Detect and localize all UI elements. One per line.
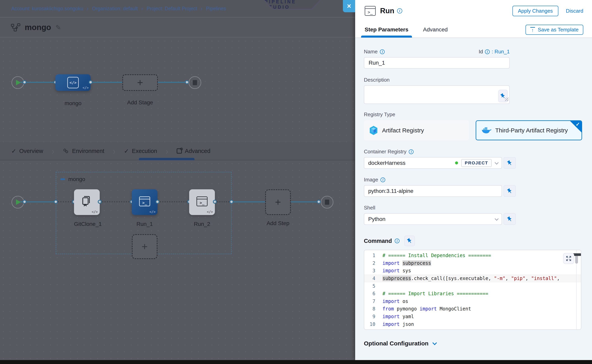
description-textarea[interactable] xyxy=(364,85,510,104)
edit-pipeline-name-icon[interactable]: ✎ xyxy=(55,24,61,32)
tab-advanced[interactable]: ⚙ Advanced xyxy=(177,148,210,154)
pin-input-type-button[interactable] xyxy=(504,213,516,225)
code-line[interactable]: 9import yaml xyxy=(364,313,581,320)
image-input[interactable]: python:3.11-alpine xyxy=(364,185,502,197)
registry-card-third-party-label: Third-Party Artifact Registry xyxy=(495,127,568,134)
close-panel-button[interactable]: × xyxy=(343,0,355,12)
pipeline-start-node[interactable] xyxy=(12,76,24,89)
collapse-group-icon[interactable] xyxy=(60,178,65,180)
add-step-node[interactable]: + xyxy=(265,189,291,215)
code-line[interactable]: 3import sys xyxy=(364,267,581,275)
step-node-gitclone-1[interactable]: </> xyxy=(74,189,100,215)
save-as-template-label: Save as Template xyxy=(538,27,579,33)
panel-body: Name i Id i : Run_1 Description xyxy=(355,38,592,360)
terminal-icon: >_ xyxy=(196,196,208,206)
terminal-icon: >_ xyxy=(139,196,150,206)
name-input[interactable] xyxy=(364,57,510,69)
name-label: Name xyxy=(364,49,377,55)
step-label-run-2: Run_2 xyxy=(189,221,215,227)
info-icon[interactable]: i xyxy=(409,150,414,154)
pipeline-studio-screen: Account: kurosakiichigo.songoku › Organi… xyxy=(0,0,592,364)
breadcrumb-separator: › xyxy=(201,6,203,12)
optional-configuration-label: Optional Configuration xyxy=(364,340,429,347)
tab-execution[interactable]: ✓ Execution xyxy=(124,148,157,155)
execution-start-node[interactable] xyxy=(12,196,24,208)
breadcrumb-organization[interactable]: Organization: default xyxy=(92,6,138,12)
pin-icon xyxy=(405,237,414,245)
apply-changes-button[interactable]: Apply Changes xyxy=(512,6,558,16)
code-line[interactable]: 7import os xyxy=(364,298,581,305)
breadcrumb-pipelines[interactable]: Pipelines xyxy=(206,6,226,12)
step-node-run-2[interactable]: >_ </> xyxy=(189,189,215,215)
chevron-down-icon[interactable] xyxy=(495,161,499,164)
step-node-run-1[interactable]: >_ </> xyxy=(132,189,157,215)
pin-input-type-button[interactable] xyxy=(504,157,516,169)
tab-separator-icon: › xyxy=(166,146,168,156)
textarea-resize-handle[interactable] xyxy=(505,98,509,101)
step-code-badge: </> xyxy=(92,210,98,214)
save-as-template-button[interactable]: ↑ Save as Template xyxy=(525,25,583,35)
registry-card-artifact[interactable]: Artifact Registry xyxy=(364,120,469,140)
code-line[interactable]: 1# ====== Install Dependencies ======== xyxy=(364,252,581,260)
optional-configuration-toggle[interactable]: Optional Configuration xyxy=(364,340,583,347)
execution-end-node[interactable] xyxy=(321,196,333,208)
discard-button[interactable]: Discard xyxy=(566,8,583,14)
info-icon[interactable]: i xyxy=(397,8,402,13)
tab-environment[interactable]: Environment xyxy=(63,148,104,154)
container-registry-input[interactable]: dockerHarness PROJECT xyxy=(364,157,502,169)
dotted-connector xyxy=(58,201,74,202)
step-group-header[interactable]: mongo xyxy=(60,176,85,182)
code-line[interactable]: 2import subprocess xyxy=(364,260,581,267)
id-value[interactable]: : Run_1 xyxy=(492,49,510,55)
code-line[interactable]: 6# ====== Import Libraries =========== xyxy=(364,290,581,298)
shell-select[interactable]: Python xyxy=(364,213,502,225)
code-line[interactable]: 10import json xyxy=(364,320,581,328)
add-stage-label: Add Stage xyxy=(122,99,158,106)
pin-icon xyxy=(505,187,514,195)
connector-port xyxy=(213,200,217,204)
code-line[interactable]: 5 xyxy=(364,282,581,290)
info-icon[interactable]: i xyxy=(380,49,385,54)
info-icon[interactable]: i xyxy=(395,239,399,243)
code-line[interactable]: 4subprocess.check_call([sys.executable, … xyxy=(364,275,581,282)
connector xyxy=(91,82,122,83)
stage-graph-canvas: </> </> + mongo Add Stage xyxy=(0,38,356,142)
add-stage-node[interactable]: + xyxy=(122,74,158,91)
tab-step-advanced[interactable]: Advanced xyxy=(423,22,448,37)
command-code-editor[interactable]: 1# ====== Install Dependencies ========2… xyxy=(364,250,581,330)
stage-node-mongo[interactable]: </> </> xyxy=(55,74,91,91)
artifact-registry-icon xyxy=(369,125,378,135)
dotted-connector xyxy=(157,201,189,202)
tab-step-parameters[interactable]: Step Parameters xyxy=(365,22,408,37)
run-step-icon: >_ xyxy=(365,6,376,16)
add-parallel-step-node[interactable]: + xyxy=(132,234,157,259)
pipeline-canvas-region: Account: kurosakiichigo.songoku › Organi… xyxy=(0,0,356,360)
chevron-down-icon[interactable] xyxy=(495,217,499,221)
add-step-label: Add Step xyxy=(261,220,295,227)
pin-input-type-button[interactable] xyxy=(404,235,415,246)
breadcrumb-project[interactable]: Project: Default Project xyxy=(147,6,197,12)
ci-stage-icon: </> xyxy=(67,77,79,88)
expand-editor-button[interactable] xyxy=(563,253,574,264)
code-line[interactable]: 8from pymongo import MongoClient xyxy=(364,305,581,313)
pipeline-end-node[interactable] xyxy=(188,76,201,89)
breadcrumb-account[interactable]: Account: kurosakiichigo.songoku xyxy=(11,6,83,12)
info-icon[interactable]: i xyxy=(485,49,490,54)
pin-input-type-button[interactable] xyxy=(504,185,516,197)
registry-card-third-party[interactable]: Third-Party Artifact Registry ✓ xyxy=(476,120,582,140)
shell-label: Shell xyxy=(364,205,375,211)
connector-port xyxy=(89,80,93,84)
tab-overview[interactable]: ✓ Overview xyxy=(11,148,43,155)
id-label: Id xyxy=(479,49,483,55)
step-code-badge: </> xyxy=(149,210,155,214)
terminal-glyph: >_ xyxy=(142,200,147,205)
git-clone-icon xyxy=(80,195,92,207)
window-bottom-edge xyxy=(0,360,592,364)
description-label: Description xyxy=(364,77,390,83)
info-icon[interactable]: i xyxy=(381,177,385,182)
connector-port xyxy=(185,80,189,84)
step-code-badge: </> xyxy=(207,210,213,214)
tab-execution-label: Execution xyxy=(132,148,157,154)
pipeline-title-bar: mongo ✎ VISUAL YAML xyxy=(0,18,356,37)
active-tab-underline xyxy=(139,158,195,160)
